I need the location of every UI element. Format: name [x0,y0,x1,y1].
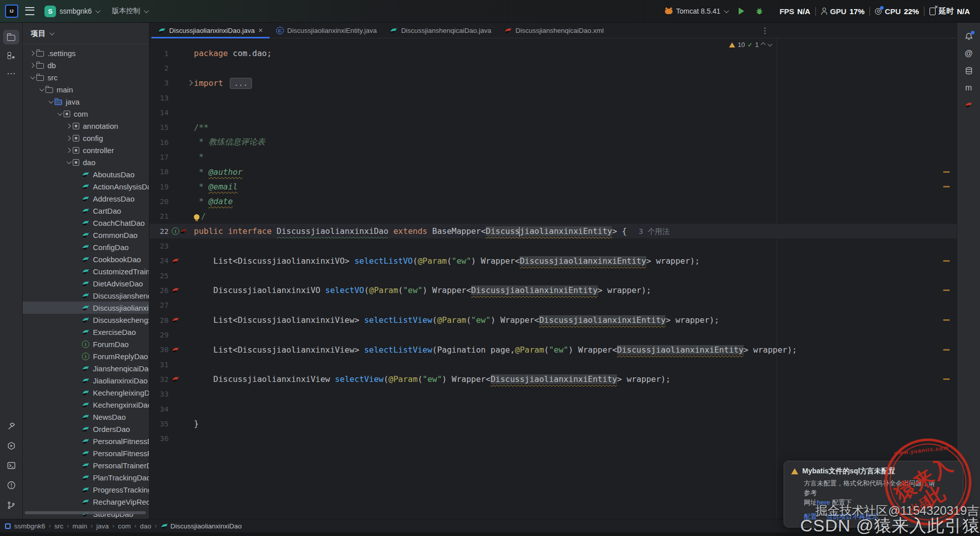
terminal-button[interactable] [3,458,19,473]
tab-DiscussjianshenqicaiDao.java[interactable]: DiscussjianshenqicaiDao.java [383,23,498,38]
code-line-30[interactable]: 30 List<DiscussjiaolianxinxiView> select… [149,343,957,357]
breadcrumb-item-DiscussjiaolianxinxiDao[interactable]: DiscussjiaolianxinxiDao [161,522,242,530]
chevron-down-icon[interactable] [67,159,72,164]
fold-collapsed-icon[interactable] [187,80,192,86]
more-tools-button[interactable] [3,66,19,81]
tree-item-PersonalFitnessPlanDao[interactable]: PersonalFitnessPlanDao [23,447,149,459]
configure-link[interactable]: 配置 [804,512,817,521]
chevron-down-icon[interactable] [48,99,54,104]
main-menu-icon[interactable] [25,7,34,15]
build-button[interactable] [3,419,19,433]
tree-item-DiscusskechengxinxiDao[interactable]: DiscusskechengxinxiDao [23,314,149,326]
ai-assistant-button[interactable] [961,46,977,61]
here-link[interactable]: here [817,499,830,506]
tab-DiscussjiaolianxinxiDao.java[interactable]: DiscussjiaolianxinxiDao.java [151,23,270,38]
code-line-27[interactable]: 27 [149,298,957,313]
code-line-29[interactable]: 29 [149,327,957,342]
vcs-widget[interactable]: 版本控制 [109,5,150,18]
project-button[interactable] [3,30,19,44]
code-line-31[interactable]: 31 [149,357,957,372]
code-line-21[interactable]: 21/ [149,209,957,224]
code-line-14[interactable]: 14 [149,105,957,120]
notifications-button[interactable] [961,29,977,43]
tree-item-.settings[interactable]: .settings [23,47,149,59]
breadcrumb-item-dao[interactable]: dao [140,522,151,530]
tree-item-DiscussjianshenqicaiDao[interactable]: DiscussjianshenqicaiDao [23,289,149,302]
tree-item-KechengleixingDao[interactable]: KechengleixingDao [23,386,149,399]
chevron-down-icon[interactable] [39,86,44,91]
services-button[interactable] [3,438,19,453]
code-line-23[interactable]: 23 [149,238,957,253]
chevron-right-icon[interactable] [66,123,71,128]
tree-item-CustomizedTrainPlanDao[interactable]: CustomizedTrainPlanDao [23,265,149,277]
code-line-19[interactable]: 19 * @email [149,179,957,194]
code-line-1[interactable]: 1package com.dao; [149,46,957,61]
chevron-right-icon[interactable] [30,63,35,68]
tree-item-ExerciseDao[interactable]: ExerciseDao [23,326,149,338]
code-line-16[interactable]: 16 * 教练信息评论表 [149,135,957,150]
code-line-26[interactable]: 26 DiscussjiaolianxinxiVO selectVO(@Para… [149,283,957,298]
code-line-35[interactable]: 35} [149,416,957,431]
intention-bulb-icon[interactable] [194,214,199,220]
code-line-25[interactable]: 25 [149,268,957,283]
tab-DiscussjiaolianxinxiEntity.java[interactable]: CDiscussjiaolianxinxiEntity.java [270,23,384,38]
chevron-down-icon[interactable] [58,111,63,116]
project-selector[interactable]: S ssmbgnk6 [41,4,102,19]
chevron-right-icon[interactable] [66,148,71,153]
tree-item-CookbookDao[interactable]: CookbookDao [23,253,149,265]
tree-item-DiscussjiaolianxinxiDao[interactable]: DiscussjiaolianxinxiDao [23,302,149,314]
tree-item-NewsDao[interactable]: NewsDao [23,411,149,423]
code-line-32[interactable]: 32 DiscussjiaolianxinxiView selectView(@… [149,372,957,386]
tree-item-RechargeVipRecordDao[interactable]: RechargeVipRecordDao [23,496,149,508]
project-panel-header[interactable]: 项目 [23,23,149,44]
tree-item-DietAdviseDao[interactable]: DietAdviseDao [23,277,149,289]
horizontal-scrollbar[interactable] [25,511,146,514]
tree-item-AboutusDao[interactable]: AboutusDao [23,168,149,180]
tree-item-OrdersDao[interactable]: OrdersDao [23,423,149,435]
previous-problem-icon[interactable] [760,42,765,47]
run-configuration-selector[interactable]: Tomcat 8.5.41 [662,5,731,17]
tree-item-ConfigDao[interactable]: ConfigDao [23,241,149,253]
tree-item-KechengxinxiDao[interactable]: KechengxinxiDao [23,399,149,411]
tree-item-PersonalFitnessDayDao[interactable]: PersonalFitnessDayDao [23,435,149,447]
tree-item-annotation[interactable]: annotation [23,120,149,132]
tree-item-PlanTrackingDao[interactable]: PlanTrackingDao [23,471,149,483]
inspection-widget[interactable]: 10 1 [729,41,771,48]
version-control-button[interactable] [3,498,19,512]
tree-item-JianshenqicaiDao[interactable]: JianshenqicaiDao [23,362,149,374]
tree-item-controller[interactable]: controller [23,144,149,156]
code-line-2[interactable]: 2 [149,61,957,75]
tree-item-ForumReplyDao[interactable]: IForumReplyDao [23,350,149,362]
code-editor[interactable]: 1package com.dao;23import ...131415/**16… [149,38,957,519]
code-line-22[interactable]: 22Ipublic interface Discussjiaolianxinxi… [149,224,957,238]
maven-button[interactable] [961,80,977,95]
run-button[interactable] [736,6,747,17]
tree-item-config[interactable]: config [23,132,149,144]
code-line-33[interactable]: 33 [149,387,957,402]
breadcrumb-item-main[interactable]: main [73,522,87,530]
code-line-36[interactable]: 36 [149,431,957,446]
code-line-24[interactable]: 24 List<DiscussjiaolianxinxiVO> selectLi… [149,254,957,268]
breadcrumb-item-ssmbgnk6[interactable]: ssmbgnk6 [14,522,45,530]
code-line-28[interactable]: 28 List<DiscussjiaolianxinxiView> select… [149,313,957,327]
tree-item-dao[interactable]: dao [23,156,149,168]
tree-item-db[interactable]: db [23,59,149,71]
breadcrumb-item-com[interactable]: com [118,522,131,530]
dont-remind-link[interactable]: 当前项目不再提示 [826,512,879,521]
breadcrumb-item-java[interactable]: java [96,522,109,530]
chevron-down-icon[interactable] [30,74,35,79]
tree-item-AddressDao[interactable]: AddressDao [23,192,149,205]
chevron-right-icon[interactable] [66,135,71,140]
code-line-20[interactable]: 20 * @date [149,194,957,209]
tree-item-src[interactable]: src [23,71,149,83]
tree-item-com[interactable]: com [23,108,149,120]
tree-item-ActionAnslysisDao[interactable]: ActionAnslysisDao [23,180,149,192]
code-line-13[interactable]: 13 [149,90,957,105]
code-line-3[interactable]: 3import ... [149,76,957,90]
code-line-17[interactable]: 17 * [149,150,957,164]
tab-DiscussjianshenqicaiDao.xml[interactable]: DiscussjianshenqicaiDao.xml [498,23,610,38]
tree-item-PersonalTrainerDao[interactable]: PersonalTrainerDao [23,459,149,471]
code-line-15[interactable]: 15/** [149,120,957,135]
tree-item-java[interactable]: java [23,95,149,108]
debug-button[interactable] [752,5,766,17]
